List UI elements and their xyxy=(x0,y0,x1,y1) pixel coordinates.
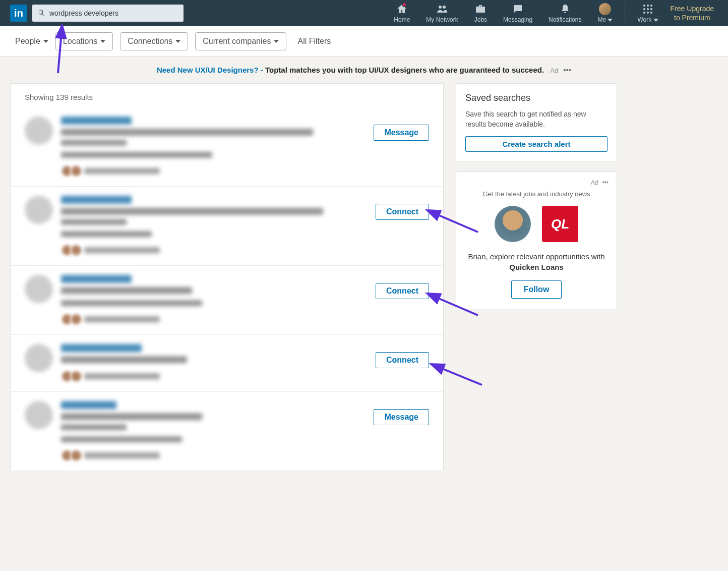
promo-panel: Ad ••• Get the latest jobs and industry … xyxy=(456,172,617,309)
saved-searches-panel: Saved searches Save this search to get n… xyxy=(456,83,617,161)
nav-label: My Network xyxy=(426,16,458,23)
result-row: Message xyxy=(11,392,443,471)
result-row: Connect xyxy=(11,266,443,335)
result-meta xyxy=(61,152,212,158)
promo-company-logo: QL xyxy=(542,206,578,242)
avatar[interactable] xyxy=(25,196,53,224)
avatar[interactable] xyxy=(25,401,53,429)
result-name[interactable] xyxy=(61,344,142,352)
nav-me[interactable]: Me xyxy=(589,3,621,23)
more-icon[interactable]: ••• xyxy=(563,66,571,74)
ad-label: Ad xyxy=(591,179,598,186)
filter-people[interactable]: People xyxy=(15,37,48,46)
chevron-down-icon xyxy=(100,40,105,43)
nav-network[interactable]: My Network xyxy=(418,3,466,23)
avatar[interactable] xyxy=(25,344,53,372)
ad-label: Ad xyxy=(550,67,558,74)
connect-button[interactable]: Connect xyxy=(376,204,429,220)
svg-point-2 xyxy=(650,5,652,7)
chevron-down-icon xyxy=(175,40,180,43)
nav-jobs[interactable]: Jobs xyxy=(466,3,495,23)
upgrade-link[interactable]: Free Upgrade to Premium xyxy=(666,4,718,22)
result-title xyxy=(61,208,323,215)
svg-point-8 xyxy=(650,12,652,14)
chevron-down-icon xyxy=(43,40,48,43)
result-meta xyxy=(61,300,202,306)
svg-point-3 xyxy=(643,8,645,10)
message-button[interactable]: Message xyxy=(374,125,429,141)
nav-messaging[interactable]: Messaging xyxy=(495,3,540,23)
nav-work[interactable]: Work xyxy=(629,3,666,23)
promo-text: Brian, explore relevant opportunities wi… xyxy=(464,251,609,272)
message-button[interactable]: Message xyxy=(374,409,429,425)
result-location xyxy=(61,424,127,430)
svg-point-4 xyxy=(647,8,649,10)
svg-point-1 xyxy=(647,5,649,7)
nav-home[interactable]: Home xyxy=(386,3,418,23)
nav-label: Me xyxy=(597,16,613,23)
result-name[interactable] xyxy=(61,196,132,204)
follow-button[interactable]: Follow xyxy=(511,280,562,299)
filter-companies[interactable]: Current companies xyxy=(195,32,286,50)
messaging-icon xyxy=(512,3,524,15)
nav-label: Messaging xyxy=(503,16,532,23)
sponsored-banner[interactable]: Need New UX/UI Designers? - Toptal match… xyxy=(0,56,728,83)
svg-point-6 xyxy=(643,12,645,14)
search-results: Showing 139 results Message Connect xyxy=(10,83,444,471)
result-row: Message xyxy=(11,107,443,187)
result-location xyxy=(61,140,127,146)
jobs-icon xyxy=(474,3,487,15)
chevron-down-icon xyxy=(608,19,613,22)
chevron-down-icon xyxy=(274,40,279,43)
bell-icon xyxy=(559,3,571,15)
connect-button[interactable]: Connect xyxy=(376,352,429,368)
nav-label: Jobs xyxy=(474,16,487,23)
global-header: in Home My Network Jobs Messaging Notifi… xyxy=(0,0,728,26)
filter-bar: People Locations Connections Current com… xyxy=(0,26,728,56)
result-location xyxy=(61,219,127,225)
result-title xyxy=(61,356,187,363)
result-name[interactable] xyxy=(61,401,116,409)
svg-point-0 xyxy=(643,5,645,7)
promo-avatar xyxy=(495,206,531,242)
linkedin-logo[interactable]: in xyxy=(10,5,27,22)
all-filters[interactable]: All Filters xyxy=(297,37,331,46)
nav-notifications[interactable]: Notifications xyxy=(540,3,589,23)
result-meta xyxy=(61,436,182,442)
create-alert-button[interactable]: Create search alert xyxy=(465,136,608,152)
network-icon xyxy=(436,3,448,15)
result-name[interactable] xyxy=(61,117,132,125)
panel-desc: Save this search to get notified as new … xyxy=(465,109,608,129)
filter-locations[interactable]: Locations xyxy=(55,32,113,50)
nav-label: Home xyxy=(394,16,410,23)
nav-divider xyxy=(625,3,625,23)
result-name[interactable] xyxy=(61,275,132,283)
result-title xyxy=(61,129,313,136)
nav-items: Home My Network Jobs Messaging Notificat… xyxy=(386,3,718,23)
search-icon xyxy=(37,9,45,17)
more-icon[interactable]: ••• xyxy=(602,179,609,186)
nav-label: Notifications xyxy=(549,16,581,23)
avatar xyxy=(599,3,611,15)
avatar[interactable] xyxy=(25,117,53,145)
result-title xyxy=(61,413,202,420)
result-row: Connect xyxy=(11,187,443,266)
chevron-down-icon xyxy=(653,19,658,22)
result-title xyxy=(61,287,192,294)
result-meta xyxy=(61,231,152,237)
avatar[interactable] xyxy=(25,275,53,303)
panel-title: Saved searches xyxy=(465,93,608,103)
results-count: Showing 139 results xyxy=(11,84,443,107)
svg-point-5 xyxy=(650,8,652,10)
search-box[interactable] xyxy=(32,5,184,22)
connect-button[interactable]: Connect xyxy=(376,283,429,299)
filter-connections[interactable]: Connections xyxy=(120,32,188,50)
nav-label: Work xyxy=(637,16,658,23)
svg-point-7 xyxy=(647,12,649,14)
result-row: Connect xyxy=(11,335,443,392)
grid-icon xyxy=(642,3,654,15)
search-input[interactable] xyxy=(49,9,178,17)
promo-subtitle: Get the latest jobs and industry news xyxy=(464,190,609,198)
